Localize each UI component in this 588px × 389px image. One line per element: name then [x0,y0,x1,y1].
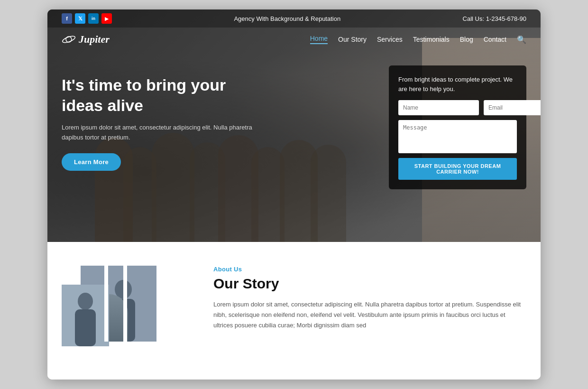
name-input[interactable] [398,100,479,115]
nav-links: Home Our Story Services Testimonials Blo… [310,35,526,44]
search-icon[interactable]: 🔍 [517,35,526,44]
hero-content: It's time to bring your ideas alive Lore… [47,51,541,199]
learn-more-button[interactable]: Learn More [62,153,121,171]
nav-testimonials[interactable]: Testimonials [413,36,450,43]
facebook-icon[interactable]: f [62,13,72,24]
top-bar: f 𝕏 in ▶ Agency With Background & Reputa… [47,9,541,28]
nav-services[interactable]: Services [377,36,403,43]
linkedin-icon[interactable]: in [88,13,99,24]
nav-home[interactable]: Home [310,35,328,44]
hero-title: It's time to bring your ideas alive [62,75,270,115]
form-name-email-row [398,100,517,115]
collage-stripe-1 [104,266,108,342]
contact-card-description: From bright ideas to complete project. W… [398,75,517,93]
about-text: About Us Our Story Lorem ipsum dolor sit… [213,266,526,331]
youtube-icon[interactable]: ▶ [101,13,112,24]
twitter-icon[interactable]: 𝕏 [75,13,85,24]
about-description: Lorem ipsum dolor sit amet, consectetur … [213,299,526,331]
logo-text: Jupiter [79,33,110,46]
logo[interactable]: Jupiter [62,32,110,46]
nav-our-story[interactable]: Our Story [338,36,367,43]
social-icons-group: f 𝕏 in ▶ [62,13,112,24]
navigation: Jupiter Home Our Story Services Testimon… [47,28,541,51]
about-image-2 [62,285,109,346]
message-textarea[interactable] [398,120,517,153]
about-section: About Us Our Story Lorem ipsum dolor sit… [47,242,541,380]
about-label: About Us [213,266,526,273]
logo-icon [62,32,76,46]
hero-description: Lorem ipsum dolor sit amet, consectetur … [62,123,270,143]
hero-section: f 𝕏 in ▶ Agency With Background & Reputa… [47,9,541,242]
hero-left-content: It's time to bring your ideas alive Lore… [62,65,270,171]
browser-window: f 𝕏 in ▶ Agency With Background & Reputa… [47,9,541,380]
svg-point-8 [78,293,93,310]
nav-contact[interactable]: Contact [484,36,506,43]
about-title: Our Story [213,276,526,292]
about-image-svg-2 [62,285,109,346]
submit-button[interactable]: START BUILDING YOUR DREAM CARRIER NOW! [398,158,517,180]
top-bar-phone: Call Us: 1-2345-678-90 [463,15,526,22]
contact-card: From bright ideas to complete project. W… [389,65,526,189]
email-input[interactable] [484,100,541,115]
nav-blog[interactable]: Blog [460,36,473,43]
collage-stripe-2 [123,266,127,342]
about-images [62,266,194,361]
svg-rect-9 [75,309,96,346]
top-bar-tagline: Agency With Background & Reputation [234,15,340,22]
